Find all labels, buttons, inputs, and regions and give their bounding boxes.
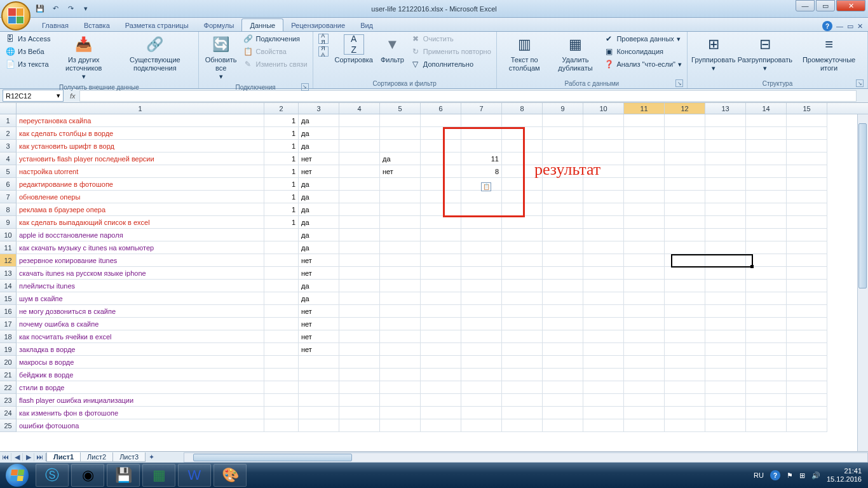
col-header[interactable]: 14 [746,103,787,114]
cell[interactable]: apple id восстановление пароля [17,229,264,241]
cell[interactable] [461,127,502,140]
remove-duplicates-button[interactable]: ▦Удалить дубликаты [551,33,600,74]
cell[interactable] [421,419,461,432]
cell[interactable] [787,241,827,254]
tab-insert[interactable]: Вставка [76,19,118,31]
fx-icon[interactable]: fx [66,92,79,100]
cell[interactable] [787,369,827,381]
cell[interactable] [705,305,746,318]
cell[interactable] [705,165,746,178]
cell[interactable] [543,140,583,152]
cell[interactable] [380,254,421,267]
cell[interactable] [705,127,746,140]
chevron-down-icon[interactable]: ▾ [57,92,60,100]
cell[interactable] [787,216,827,229]
col-header[interactable]: 5 [380,103,421,114]
cell[interactable]: как изменить фон в фотошопе [17,407,264,419]
sheet-nav-next[interactable]: ▶ [23,453,34,461]
cell[interactable] [461,419,502,432]
cell[interactable] [787,229,827,241]
cell[interactable] [787,178,827,191]
cell[interactable] [543,394,583,407]
cell[interactable] [502,127,543,140]
cell[interactable] [543,356,583,369]
cell[interactable]: да [299,292,339,305]
cell[interactable] [543,330,583,343]
cell[interactable] [624,419,665,432]
from-other-button[interactable]: 📥Из других источников▾ [54,33,113,83]
cell[interactable] [421,229,461,241]
cell[interactable] [380,216,421,229]
workbook-close-button[interactable]: ✕ [857,22,863,30]
cell[interactable] [339,241,380,254]
cell[interactable] [380,356,421,369]
cell[interactable]: переустановка скайпа [17,114,264,127]
cell[interactable] [665,127,705,140]
cell[interactable] [787,127,827,140]
cell[interactable] [543,280,583,292]
cell[interactable] [583,241,624,254]
row-header[interactable]: 21 [0,369,17,381]
cell[interactable] [543,127,583,140]
sort-az-button[interactable]: АЯ [317,33,330,44]
cell[interactable]: как сделать столбцы в ворде [17,127,264,140]
cell[interactable] [461,330,502,343]
cell[interactable] [787,267,827,280]
cell[interactable] [339,356,380,369]
cell[interactable] [583,280,624,292]
cell[interactable] [339,254,380,267]
cell[interactable] [543,267,583,280]
from-access-button[interactable]: 🗄Из Access [4,33,51,44]
tab-view[interactable]: Вид [353,19,381,31]
cell[interactable] [665,394,705,407]
cell[interactable] [380,191,421,203]
col-header[interactable]: 1 [17,103,264,114]
cell[interactable] [624,394,665,407]
col-header[interactable]: 12 [665,103,705,114]
reapply-button[interactable]: ↻Применить повторно [409,46,492,57]
cell[interactable] [421,381,461,394]
cell[interactable] [543,191,583,203]
cell[interactable]: нет [380,165,421,178]
cell[interactable] [746,292,787,305]
row-header[interactable]: 3 [0,140,17,152]
cell[interactable]: 1 [264,127,299,140]
cell[interactable] [502,330,543,343]
cell[interactable] [583,343,624,356]
cell[interactable] [624,114,665,127]
cell[interactable] [299,381,339,394]
row-header[interactable]: 1 [0,114,17,127]
cell[interactable] [665,140,705,152]
cell[interactable] [339,394,380,407]
data-validation-button[interactable]: ✔Проверка данных ▾ [602,33,683,44]
cell[interactable] [299,369,339,381]
cell[interactable] [339,292,380,305]
cell[interactable] [264,330,299,343]
cell[interactable] [421,191,461,203]
cell[interactable] [421,305,461,318]
cell[interactable] [299,356,339,369]
cell[interactable] [421,318,461,330]
cell[interactable]: да [299,241,339,254]
cell[interactable] [339,419,380,432]
cell[interactable] [543,369,583,381]
cell[interactable] [543,203,583,216]
cell[interactable] [705,267,746,280]
ribbon-minimize-button[interactable]: — [836,22,843,30]
cell[interactable] [665,305,705,318]
cell[interactable] [421,114,461,127]
sort-button[interactable]: AZСортировка [332,33,376,65]
cell[interactable] [624,318,665,330]
cell[interactable]: нет [299,254,339,267]
cell[interactable] [421,241,461,254]
cell[interactable] [746,280,787,292]
cell[interactable] [665,419,705,432]
row-header[interactable]: 6 [0,178,17,191]
cell[interactable]: 1 [264,165,299,178]
cell[interactable] [421,203,461,216]
row-header[interactable]: 12 [0,254,17,267]
cell[interactable] [421,216,461,229]
cell[interactable]: да [380,152,421,165]
cell[interactable] [705,241,746,254]
text-to-columns-button[interactable]: ▥Текст по столбцам [501,33,548,74]
